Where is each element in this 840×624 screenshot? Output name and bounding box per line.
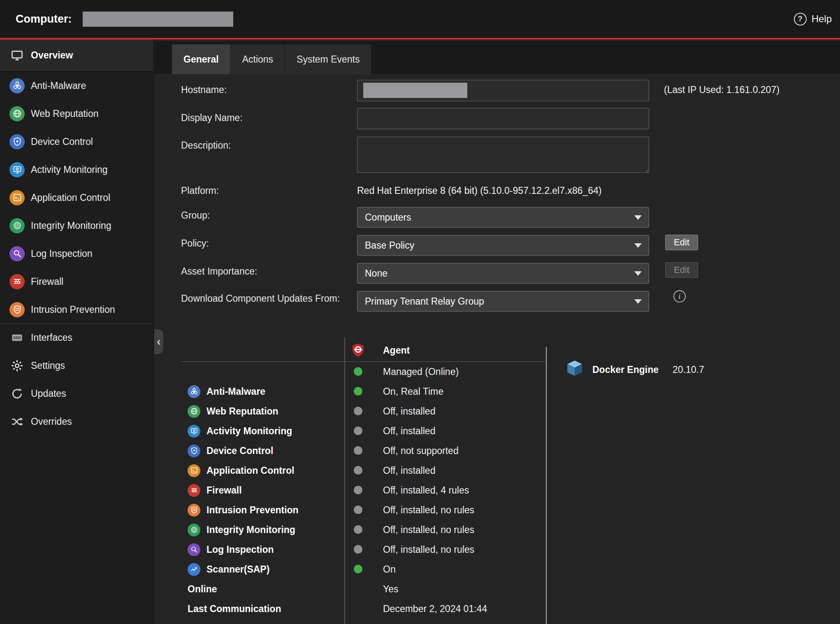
sidebar: OverviewAnti-MalwareWeb ReputationDevice… xyxy=(0,40,154,624)
download-updates-select[interactable]: Primary Tenant Relay Group xyxy=(357,291,649,312)
status-value: Off, installed, no rules xyxy=(383,520,474,540)
description-input[interactable] xyxy=(357,137,649,173)
sidebar-item-label: Firewall xyxy=(31,276,63,287)
status-dot-green xyxy=(354,565,362,573)
tab-actions[interactable]: Actions xyxy=(231,44,285,74)
display-name-input[interactable] xyxy=(357,108,649,129)
status-row-left: Activity Monitoring xyxy=(188,421,292,441)
docker-engine-name: Docker Engine xyxy=(592,364,659,375)
sidebar-collapse-handle[interactable]: ‹ xyxy=(154,329,163,354)
status-value: On xyxy=(383,559,396,579)
status-value: Off, installed xyxy=(383,401,435,421)
status-row-activity-monitoring: Activity MonitoringOff, installed xyxy=(181,421,546,441)
tab-bar: GeneralActionsSystem Events xyxy=(154,41,840,74)
page-title: Computer: xyxy=(16,13,72,26)
status-row-label: Integrity Monitoring xyxy=(207,524,295,536)
status-value: December 2, 2024 01:44 xyxy=(383,599,487,619)
status-row-label: Firewall xyxy=(207,485,242,496)
help-label: Help xyxy=(812,13,832,25)
sidebar-item-activity-monitoring[interactable]: Activity Monitoring xyxy=(0,156,153,184)
sidebar-item-overrides[interactable]: Overrides xyxy=(0,407,153,435)
sidebar-item-device-control[interactable]: Device Control xyxy=(0,128,153,156)
status-row-left: Application Control xyxy=(188,461,294,480)
group-select-value: Computers xyxy=(365,212,411,223)
sidebar-item-web-reputation[interactable]: Web Reputation xyxy=(0,100,153,128)
status-row-last-communication: Last CommunicationDecember 2, 2024 01:44 xyxy=(181,599,546,619)
status-row-label: Scanner(SAP) xyxy=(207,564,269,575)
description-label: Description: xyxy=(181,139,346,151)
docker-engine-row: Docker Engine 20.10.7 xyxy=(565,358,704,381)
status-dot-gray xyxy=(354,407,362,415)
docker-engine-version: 20.10.7 xyxy=(673,364,704,375)
status-row-left: Web Reputation xyxy=(188,401,278,421)
status-row-device-control: Device ControlOff, not supported xyxy=(181,441,546,461)
status-dot-green xyxy=(354,367,362,376)
status-value: Off, not supported xyxy=(383,441,459,461)
hostname-label: Hostname: xyxy=(181,84,346,96)
sidebar-item-interfaces[interactable]: Interfaces xyxy=(0,324,153,352)
status-row-web-reputation: Web ReputationOff, installed xyxy=(181,401,546,421)
sidebar-item-application-control[interactable]: Application Control xyxy=(0,184,153,212)
group-select[interactable]: Computers xyxy=(357,207,649,228)
policy-edit-button[interactable]: Edit xyxy=(665,235,698,250)
display-name-label: Display Name: xyxy=(181,112,346,124)
status-row-left: Integrity Monitoring xyxy=(188,520,295,540)
sidebar-item-intrusion-prevention[interactable]: Intrusion Prevention xyxy=(0,296,153,324)
status-row-left: Online xyxy=(188,579,217,599)
status-row-firewall: FirewallOff, installed, 4 rules xyxy=(181,480,546,500)
status-value: Off, installed, 4 rules xyxy=(383,480,469,500)
status-dot-gray xyxy=(354,525,362,534)
info-icon[interactable]: i xyxy=(673,290,686,303)
sidebar-item-settings[interactable]: Settings xyxy=(0,352,153,380)
asset-importance-select[interactable]: None xyxy=(357,263,649,284)
tab-system-events[interactable]: System Events xyxy=(285,44,371,74)
log-inspection-icon xyxy=(9,246,25,261)
status-dot-green xyxy=(354,387,362,396)
sidebar-item-label: Anti-Malware xyxy=(31,80,86,91)
hostname-redacted xyxy=(363,83,467,98)
status-value: Off, installed, no rules xyxy=(383,540,474,559)
sidebar-item-label: Integrity Monitoring xyxy=(31,220,111,231)
web-reputation-icon xyxy=(188,405,200,418)
sidebar-item-label: Intrusion Prevention xyxy=(31,304,115,315)
policy-select-value: Base Policy xyxy=(365,240,414,251)
status-value: On, Real Time xyxy=(383,382,443,401)
log-inspection-icon xyxy=(188,543,200,556)
sidebar-item-overview[interactable]: Overview xyxy=(0,40,153,72)
sidebar-item-label: Activity Monitoring xyxy=(31,164,108,175)
status-row-log-inspection: Log InspectionOff, installed, no rules xyxy=(181,540,546,559)
tab-general[interactable]: General xyxy=(172,44,231,74)
anti-malware-icon xyxy=(188,385,200,398)
chevron-left-icon: ‹ xyxy=(157,336,160,347)
sidebar-item-label: Device Control xyxy=(31,136,93,147)
status-row-left: Intrusion Prevention xyxy=(188,500,299,520)
status-table-header: Agent xyxy=(181,339,546,362)
download-updates-select-value: Primary Tenant Relay Group xyxy=(365,296,484,307)
sidebar-item-log-inspection[interactable]: Log Inspection xyxy=(0,240,153,268)
status-dot-gray xyxy=(354,505,362,514)
application-control-icon xyxy=(188,464,200,477)
integrity-monitoring-icon xyxy=(9,218,25,233)
intrusion-prevention-icon xyxy=(188,504,200,517)
sidebar-item-firewall[interactable]: Firewall xyxy=(0,268,153,296)
sidebar-item-integrity-monitoring[interactable]: Integrity Monitoring xyxy=(0,212,153,240)
status-value: Managed (Online) xyxy=(383,362,459,382)
status-row-label: Activity Monitoring xyxy=(207,426,292,437)
policy-select[interactable]: Base Policy xyxy=(357,235,649,256)
status-row-label: Last Communication xyxy=(188,603,281,615)
docker-icon xyxy=(565,359,584,380)
status-row-intrusion-prevention: Intrusion PreventionOff, installed, no r… xyxy=(181,500,546,520)
help-button[interactable]: ? Help xyxy=(794,0,832,38)
firewall-icon xyxy=(188,484,200,497)
scanner-sap-icon xyxy=(188,563,200,576)
asset-edit-button[interactable]: Edit xyxy=(665,262,698,278)
topbar: Computer: ? Help xyxy=(0,0,840,38)
status-row-label: Anti-Malware xyxy=(207,386,265,397)
agent-status-table: Agent Managed (Online)Anti-MalwareOn, Re… xyxy=(181,339,546,619)
sidebar-item-updates[interactable]: Updates xyxy=(0,380,153,407)
status-row: Managed (Online) xyxy=(181,362,546,382)
chevron-down-icon xyxy=(634,243,642,248)
status-row-label: Web Reputation xyxy=(207,406,278,417)
anti-malware-icon xyxy=(9,78,25,93)
sidebar-item-anti-malware[interactable]: Anti-Malware xyxy=(0,72,153,100)
